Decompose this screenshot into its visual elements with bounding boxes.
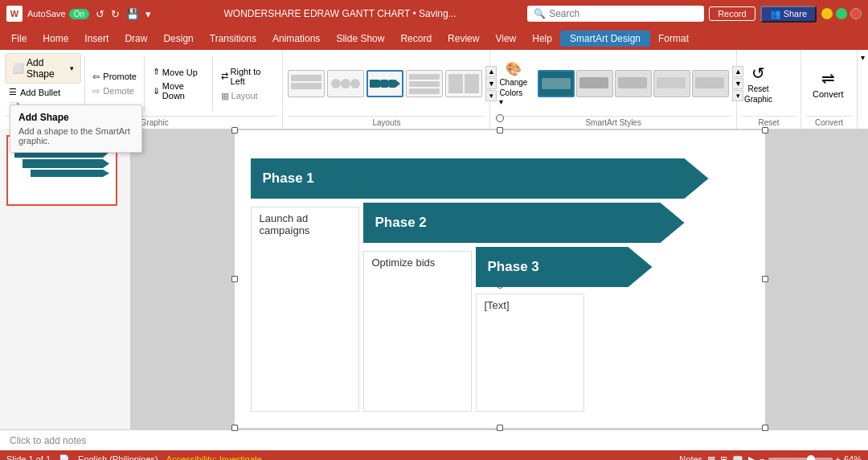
rotation-handle[interactable] [496, 114, 504, 122]
handle-top-left[interactable] [231, 127, 238, 133]
page-icon: 📄 [59, 454, 70, 461]
menu-help[interactable]: Help [524, 31, 560, 47]
phase2-container: Phase 2 [363, 203, 749, 243]
style-svg-3 [616, 71, 649, 95]
style-thumb-3[interactable] [615, 70, 652, 97]
accessibility-info[interactable]: Accessibility: Investigate [166, 454, 262, 460]
move-down-icon: ⇓ [153, 86, 160, 97]
language-info: English (Philippines) [78, 454, 158, 460]
add-shape-button[interactable]: ⬜ Add Shape ▾ [5, 53, 81, 84]
menu-draw[interactable]: Draw [117, 31, 155, 47]
undo-icon[interactable]: ↺ [94, 6, 106, 22]
view-sorter-icon[interactable]: ⊞ [720, 454, 727, 461]
handle-mid-left[interactable] [231, 276, 238, 282]
layouts-label: Layouts [288, 116, 485, 127]
style-svg-4 [654, 71, 688, 95]
promote-button[interactable]: ⇦ Promote [88, 70, 141, 84]
demote-button[interactable]: ⇨ Demote [88, 84, 141, 98]
svg-point-3 [341, 79, 350, 88]
handle-top-right[interactable] [762, 127, 768, 133]
ribbon-layouts: ▲ ▼ ▾ Layouts [283, 50, 490, 129]
svg-rect-15 [465, 74, 479, 93]
zoom-in-icon[interactable]: + [836, 454, 841, 460]
reset-graphic-button[interactable]: ↺ Reset Graphic [742, 61, 775, 106]
tooltip-description: Add a shape to the SmartArt graphic. [18, 126, 133, 146]
phase3-arrow[interactable]: Phase 3 [476, 247, 653, 287]
layout-icon: ▦ [221, 91, 229, 101]
layout-thumb-2[interactable] [327, 70, 364, 97]
move-up-button[interactable]: ⇑ Move Up [148, 65, 209, 79]
slide-info: Slide 1 of 1 [6, 454, 51, 460]
save-icon[interactable]: 💾 [125, 6, 141, 22]
handle-top-mid[interactable] [497, 127, 503, 133]
menu-home[interactable]: Home [35, 31, 76, 47]
menu-record[interactable]: Record [392, 31, 440, 47]
svg-rect-19 [657, 77, 686, 88]
view-normal-icon[interactable]: ▦ [707, 454, 715, 461]
redo-icon[interactable]: ↻ [109, 6, 121, 22]
layout-thumb-5[interactable] [445, 70, 482, 97]
add-bullet-button[interactable]: ☰ Add Bullet [5, 85, 81, 99]
view-presenter-icon[interactable]: ▶ [748, 454, 755, 461]
zoom-thumb[interactable] [807, 455, 815, 460]
maximize-button[interactable] [836, 8, 847, 19]
layout-thumb-1[interactable] [288, 70, 325, 97]
convert-content: ⇌ Convert [806, 53, 852, 114]
menu-design[interactable]: Design [155, 31, 201, 47]
more-icon[interactable]: ▾ [144, 6, 153, 22]
handle-bot-mid[interactable] [497, 425, 503, 431]
view-reading-icon[interactable]: 📖 [732, 454, 743, 461]
handle-mid-right[interactable] [762, 276, 768, 282]
style-thumb-5[interactable] [692, 70, 729, 97]
textbox-3[interactable]: [Text] [476, 294, 584, 412]
right-to-left-button[interactable]: ⇄ Right to Left [216, 65, 278, 88]
menu-format[interactable]: Format [650, 31, 697, 47]
phase3-label: Phase 3 [488, 259, 539, 275]
slide-canvas[interactable]: Phase 1 Phase 2 Phase 3 Lau [235, 130, 765, 428]
notes-placeholder: Click to add notes [10, 435, 86, 446]
textbox-1[interactable]: Launch adcampaigns [251, 207, 359, 412]
share-button[interactable]: 👥 Share [760, 6, 817, 23]
svg-rect-12 [409, 81, 440, 87]
menu-slideshow[interactable]: Slide Show [328, 31, 392, 47]
layout-thumb-4[interactable] [406, 70, 443, 97]
handle-bot-right[interactable] [762, 425, 768, 431]
window-controls [821, 8, 862, 19]
notes-bar[interactable]: Click to add notes [0, 429, 868, 450]
move-down-button[interactable]: ⇓ Move Down [148, 80, 209, 102]
close-button[interactable] [850, 8, 862, 19]
menu-smartart-design[interactable]: SmartArt Design [560, 31, 650, 47]
menu-animations[interactable]: Animations [264, 31, 328, 47]
layout-thumb-3[interactable] [366, 70, 403, 97]
style-thumb-4[interactable] [653, 70, 690, 97]
menu-insert[interactable]: Insert [76, 31, 117, 47]
title-bar-left: W AutoSave On ↺ ↻ 💾 ▾ [6, 6, 153, 22]
app-logo: W [6, 6, 23, 22]
notes-label[interactable]: Notes [679, 454, 702, 460]
canvas-area: Phase 1 Phase 2 Phase 3 Lau [131, 129, 868, 429]
menu-transitions[interactable]: Transitions [202, 31, 264, 47]
minimize-button[interactable] [821, 8, 833, 19]
style-thumb-2[interactable] [576, 70, 613, 97]
menu-review[interactable]: Review [440, 31, 487, 47]
search-box[interactable]: 🔍 [527, 6, 704, 22]
handle-bot-left[interactable] [231, 425, 238, 431]
tooltip-title: Add Shape [18, 112, 133, 123]
style-thumb-1[interactable] [538, 70, 575, 97]
zoom-out-icon[interactable]: − [760, 454, 764, 460]
layout-svg-4 [407, 72, 441, 96]
ribbon-convert: ⇌ Convert Convert [801, 50, 858, 129]
expand-icon[interactable]: ▾ [861, 53, 865, 62]
menu-view[interactable]: View [487, 31, 524, 47]
change-colors-button[interactable]: 🎨 Change Colors ▾ [495, 59, 531, 109]
textbox-2[interactable]: Optimize bids [363, 251, 472, 412]
autosave-toggle[interactable]: On [69, 9, 89, 19]
record-button[interactable]: Record [709, 6, 755, 21]
search-input[interactable] [549, 8, 694, 19]
layout-button[interactable]: ▦ Layout [216, 89, 278, 103]
phase2-arrow[interactable]: Phase 2 [363, 203, 685, 243]
menu-file[interactable]: File [3, 31, 35, 47]
convert-button[interactable]: ⇌ Convert [806, 66, 850, 101]
ribbon-expand[interactable]: ▾ [858, 50, 868, 129]
phase1-arrow[interactable]: Phase 1 [251, 158, 709, 199]
